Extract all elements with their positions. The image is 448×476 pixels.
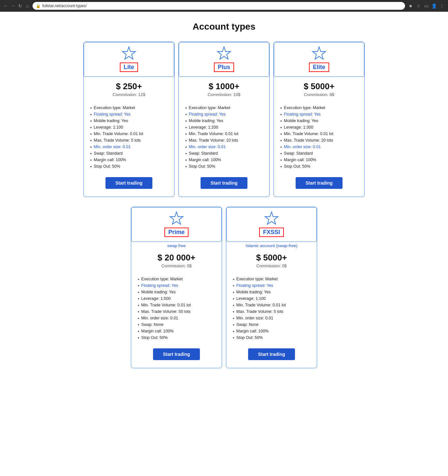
card-subtitle-fxssi: Islamic account (swap-free) <box>246 243 298 248</box>
back-button[interactable]: ← <box>3 3 8 8</box>
list-item: Max. Trade Volume: 5 lots <box>233 309 310 314</box>
start-trading-button-prime[interactable]: Start trading <box>153 348 200 360</box>
list-item: Stop Out: 50% <box>280 164 358 169</box>
svg-marker-3 <box>170 212 183 224</box>
card-elite: Elite$ 5000+Commission: 8$Execution type… <box>273 42 365 197</box>
bottom-cards-row: Primeswap free$ 20 000+Commission: 0$Exe… <box>68 207 380 368</box>
list-item: Max. Trade Volume: 20 lots <box>280 138 358 143</box>
list-item: Leverage: 1:100 <box>233 296 310 301</box>
extensions-puzzle-icon[interactable]: ▭ <box>423 3 429 9</box>
card-header-prime: Prime <box>131 207 222 242</box>
list-item: Execution type: Market <box>138 277 215 281</box>
card-price-fxssi: $ 5000+ <box>256 253 287 263</box>
card-commission-lite: Commission: 12$ <box>113 92 145 97</box>
list-item: Stop Out: 50% <box>138 335 215 340</box>
list-item: Margin call: 100% <box>185 158 263 162</box>
profile-icon[interactable]: 👤 <box>431 3 437 9</box>
browser-actions: ■ ☆ ▭ 👤 ⋮ <box>408 3 445 9</box>
list-item: Leverage: 1:500 <box>138 296 215 301</box>
list-item: Min. Trade Volume: 0.01 lot <box>233 303 310 307</box>
card-features-lite: Execution type: MarketFloating spread: Y… <box>84 100 174 171</box>
card-features-plus: Execution type: MarketFloating spread: Y… <box>179 100 269 171</box>
card-name-lite: Lite <box>120 63 138 72</box>
card-commission-fxssi: Commission: 0$ <box>256 263 287 268</box>
card-name-prime: Prime <box>164 228 189 237</box>
list-item: Min. order size: 0.01 <box>185 145 263 149</box>
list-item: Mobile trading: Yes <box>233 290 310 294</box>
list-item: Mobile trading: Yes <box>138 290 215 294</box>
list-item: Min. order size: 0.01 <box>90 145 168 149</box>
list-item: Floating spread: Yes <box>138 283 215 288</box>
card-header-lite: Lite <box>84 42 174 77</box>
card-price-elite: $ 5000+ <box>304 81 335 91</box>
card-price-plus: $ 1000+ <box>209 81 240 91</box>
card-features-elite: Execution type: MarketFloating spread: Y… <box>274 100 364 171</box>
card-lite: Lite$ 250+Commission: 12$Execution type:… <box>83 42 175 197</box>
list-item: Floating spread: Yes <box>280 112 358 117</box>
card-header-plus: Plus <box>179 42 269 77</box>
url-text: fullstar.net/account-types/ <box>42 4 87 8</box>
start-trading-button-elite[interactable]: Start trading <box>296 177 342 189</box>
list-item: Min. order size: 0.01 <box>138 316 215 320</box>
list-item: Mobile trading: Yes <box>280 119 358 123</box>
page-title: Account types <box>68 21 380 32</box>
list-item: Leverage: 1:100 <box>90 125 168 130</box>
list-item: Swap: None <box>138 322 215 327</box>
list-item: Leverage: 1:200 <box>185 125 263 130</box>
list-item: Mobile trading: Yes <box>90 119 168 123</box>
list-item: Max. Trade Volume: 5 lots <box>90 138 168 143</box>
address-bar[interactable]: 🔒 fullstar.net/account-types/ <box>33 2 405 10</box>
list-item: Stop Out: 50% <box>185 164 263 169</box>
top-cards-row: Lite$ 250+Commission: 12$Execution type:… <box>68 42 380 197</box>
extensions-icon[interactable]: ■ <box>408 3 413 9</box>
list-item: Execution type: Market <box>280 105 358 110</box>
page-content: Account types Lite$ 250+Commission: 12$E… <box>61 12 387 391</box>
star-bookmark-icon[interactable]: ☆ <box>415 3 421 9</box>
svg-marker-2 <box>313 47 326 59</box>
list-item: Min. Trade Volume: 0.01 lot <box>90 132 168 136</box>
browser-controls: ← → ↻ ⌂ <box>3 3 30 8</box>
svg-marker-1 <box>217 47 231 59</box>
svg-marker-0 <box>122 47 135 59</box>
list-item: Swap: Standard <box>280 151 358 156</box>
list-item: Min. Trade Volume: 0.01 lot <box>138 303 215 307</box>
list-item: Mobile trading: Yes <box>185 119 263 123</box>
start-trading-button-fxssi[interactable]: Start trading <box>248 348 295 360</box>
list-item: Max. Trade Volume: 50 lots <box>138 309 215 314</box>
list-item: Margin call: 100% <box>280 158 358 162</box>
card-plus: Plus$ 1000+Commission: 10$Execution type… <box>178 42 270 197</box>
list-item: Leverage: 1:300 <box>280 125 358 130</box>
card-name-elite: Elite <box>309 63 329 72</box>
list-item: Stop Out: 50% <box>90 164 168 169</box>
reload-button[interactable]: ↻ <box>18 3 23 8</box>
list-item: Margin call: 100% <box>90 158 168 162</box>
card-header-elite: Elite <box>274 42 364 77</box>
list-item: Min. order size: 0.01 <box>280 145 358 149</box>
home-button[interactable]: ⌂ <box>25 3 30 8</box>
list-item: Margin call: 100% <box>233 329 310 333</box>
card-price-lite: $ 250+ <box>116 81 142 91</box>
list-item: Max. Trade Volume: 10 lots <box>185 138 263 143</box>
card-name-plus: Plus <box>214 63 234 72</box>
card-features-fxssi: Execution type: MarketFloating spread: Y… <box>226 272 317 342</box>
start-trading-button-lite[interactable]: Start trading <box>105 177 152 189</box>
start-trading-button-plus[interactable]: Start trading <box>201 177 247 189</box>
list-item: Execution type: Market <box>90 105 168 110</box>
list-item: Floating spread: Yes <box>90 112 168 117</box>
list-item: Min. Trade Volume: 0.01 lot <box>185 132 263 136</box>
browser-bar: ← → ↻ ⌂ 🔒 fullstar.net/account-types/ ■ … <box>0 0 448 12</box>
card-price-prime: $ 20 000+ <box>158 253 195 263</box>
list-item: Execution type: Market <box>233 277 310 281</box>
forward-button[interactable]: → <box>10 3 16 8</box>
list-item: Floating spread: Yes <box>233 283 310 288</box>
list-item: Execution type: Market <box>185 105 263 110</box>
list-item: Swap: Standard <box>90 151 168 156</box>
list-item: Stop Out: 50% <box>233 335 310 340</box>
card-commission-elite: Commission: 8$ <box>304 92 334 97</box>
list-item: Swap: None <box>233 322 310 327</box>
list-item: Floating spread: Yes <box>185 112 263 117</box>
card-commission-prime: Commission: 0$ <box>161 263 191 268</box>
menu-icon[interactable]: ⋮ <box>439 3 445 9</box>
list-item: Swap: Standard <box>185 151 263 156</box>
card-fxssi: FXSSIIslamic account (swap-free)$ 5000+C… <box>226 207 317 368</box>
